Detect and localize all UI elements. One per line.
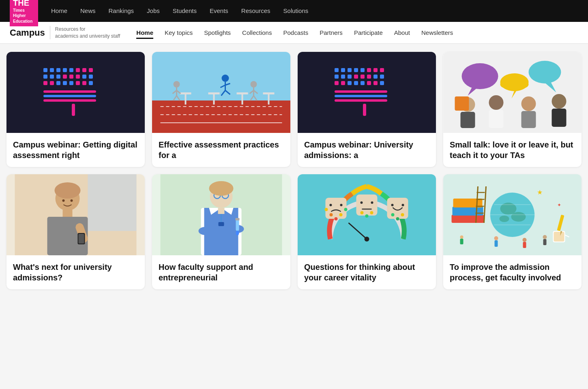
svg-rect-38 (237, 92, 248, 94)
svg-rect-22 (82, 81, 86, 85)
main-content: Campus webinar: Getting digital assessme… (0, 44, 588, 297)
svg-point-102 (517, 80, 529, 88)
card-career-vitality[interactable]: Questions for thinking about your career… (298, 174, 436, 289)
the-full-name: TimesHigherEducation (13, 8, 32, 23)
svg-rect-36 (208, 92, 220, 94)
svg-rect-187 (523, 242, 526, 248)
subnav-partners[interactable]: Partners (320, 29, 343, 36)
card-grid: Campus webinar: Getting digital assessme… (6, 52, 582, 289)
card-title-faculty-support: How faculty support and entrepreneurial (159, 262, 284, 283)
svg-point-153 (370, 211, 373, 214)
nav-jobs[interactable]: Jobs (147, 7, 160, 14)
card-image-faculty-support (152, 174, 290, 255)
svg-rect-10 (56, 75, 60, 79)
svg-point-157 (402, 204, 404, 206)
card-image-career-vitality (298, 174, 436, 255)
svg-rect-20 (69, 81, 73, 85)
nav-rankings[interactable]: Rankings (109, 7, 134, 14)
campus-subtitle: Resources foracademics and university st… (50, 26, 120, 40)
svg-point-139 (330, 204, 332, 206)
svg-point-41 (174, 81, 180, 88)
svg-point-184 (494, 236, 498, 240)
subnav-podcasts[interactable]: Podcasts (283, 29, 308, 36)
svg-point-190 (460, 235, 464, 239)
card-title-university-admissions: Campus webinar: University admissions: a (304, 139, 429, 160)
campus-title[interactable]: Campus (10, 28, 45, 38)
card-body-career-vitality: Questions for thinking about your career… (298, 255, 436, 289)
svg-point-115 (71, 199, 73, 202)
svg-rect-24 (43, 90, 96, 93)
sub-nav-links: Home Key topics Spotlights Collections P… (136, 29, 453, 36)
svg-rect-8 (43, 75, 47, 79)
svg-rect-2 (56, 68, 60, 72)
svg-rect-185 (495, 240, 498, 247)
svg-point-149 (371, 201, 373, 204)
svg-rect-27 (72, 104, 75, 116)
svg-rect-84 (335, 95, 387, 97)
svg-rect-11 (63, 75, 67, 79)
card-title-effective-assessment: Effective assessment practices for a (159, 139, 284, 160)
the-logo[interactable]: THE TimesHigherEducation (10, 0, 38, 26)
svg-rect-68 (341, 75, 345, 79)
svg-rect-79 (361, 81, 365, 85)
svg-rect-21 (76, 81, 80, 85)
card-image-improve-admission: ★ ✦ (443, 174, 582, 255)
svg-point-148 (361, 201, 363, 204)
svg-point-167 (511, 212, 526, 222)
subnav-key-topics[interactable]: Key topics (165, 29, 193, 36)
svg-rect-40 (263, 92, 275, 94)
subnav-home[interactable]: Home (136, 29, 153, 39)
card-title-improve-admission: To improve the admission process, get fa… (450, 262, 575, 283)
svg-point-186 (523, 238, 527, 242)
svg-rect-12 (69, 75, 73, 79)
svg-rect-18 (56, 81, 60, 85)
svg-point-152 (361, 211, 364, 214)
card-body-improve-admission: To improve the admission process, get fa… (443, 255, 582, 289)
svg-rect-72 (367, 75, 371, 79)
svg-text:★: ★ (537, 189, 543, 196)
svg-rect-97 (521, 111, 536, 128)
svg-rect-95 (489, 110, 504, 128)
svg-rect-66 (380, 68, 384, 72)
card-effective-assessment[interactable]: Effective assessment practices for a (152, 52, 290, 167)
svg-rect-189 (543, 239, 547, 245)
nav-news[interactable]: News (80, 7, 96, 14)
svg-rect-4 (69, 68, 73, 72)
svg-rect-70 (354, 75, 358, 79)
card-faculty-support[interactable]: How faculty support and entrepreneurial (152, 174, 290, 289)
world-illustration-image: ★ ✦ (443, 174, 582, 255)
nav-resources[interactable]: Resources (241, 7, 270, 14)
svg-rect-99 (552, 109, 567, 127)
svg-rect-180 (554, 232, 564, 242)
subnav-spotlights[interactable]: Spotlights (204, 29, 231, 36)
card-title-whats-next: What's next for university admissions? (13, 262, 138, 283)
nav-home[interactable]: Home (51, 7, 67, 14)
subnav-newsletters[interactable]: Newsletters (421, 29, 453, 36)
svg-rect-60 (341, 68, 345, 72)
svg-rect-63 (361, 68, 365, 72)
card-image-small-talk (443, 52, 582, 133)
svg-rect-1 (50, 68, 54, 72)
svg-rect-71 (361, 75, 365, 79)
card-whats-next[interactable]: What's next for university admissions? (6, 174, 145, 289)
subnav-collections[interactable]: Collections (242, 29, 272, 36)
subnav-about[interactable]: About (394, 29, 410, 36)
card-digital-assessment[interactable]: Campus webinar: Getting digital assessme… (6, 52, 145, 167)
card-image-effective-assessment (152, 52, 290, 133)
svg-point-159 (391, 213, 395, 216)
nav-solutions[interactable]: Solutions (283, 7, 309, 14)
the-pattern-image-2 (298, 52, 436, 133)
svg-point-142 (330, 213, 333, 216)
nav-events[interactable]: Events (210, 7, 228, 14)
svg-point-151 (365, 214, 369, 218)
svg-point-101 (500, 80, 513, 88)
campus-brand: Campus Resources foracademics and univer… (10, 26, 120, 40)
nav-students[interactable]: Students (173, 7, 197, 14)
svg-point-140 (340, 204, 343, 206)
card-university-admissions[interactable]: Campus webinar: University admissions: a (298, 52, 436, 167)
card-improve-admission[interactable]: ★ ✦ To improve the admission process, ge… (443, 174, 582, 289)
subnav-participate[interactable]: Participate (354, 29, 383, 36)
card-small-talk[interactable]: Small talk: love it or leave it, but tea… (443, 52, 582, 167)
svg-rect-129 (236, 218, 240, 220)
svg-rect-132 (219, 222, 224, 226)
